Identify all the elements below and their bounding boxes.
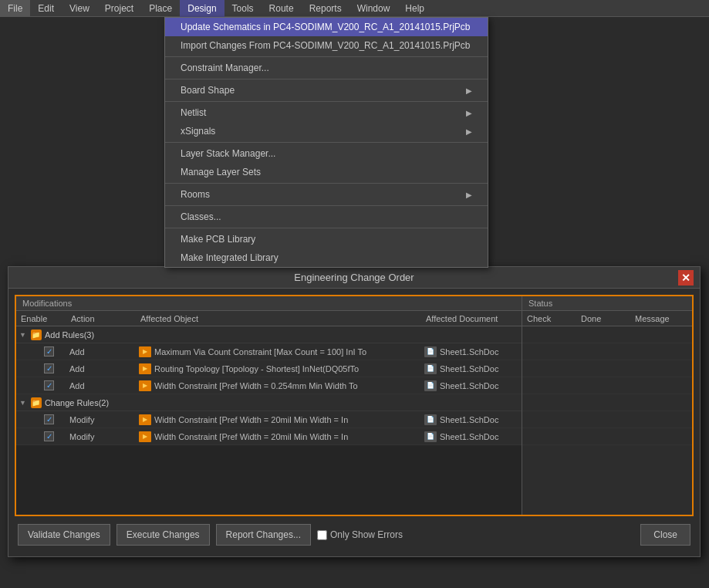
separator-6 xyxy=(165,205,488,206)
group-label-2: Change Rules(2) xyxy=(45,398,109,407)
menu-xsignals[interactable]: xSignals ▶ xyxy=(165,122,488,140)
separator-1 xyxy=(165,56,488,57)
row4-obj-text: Width Constraint [Pref Width = 20mil Min… xyxy=(154,415,348,424)
menu-rooms[interactable]: Rooms ▶ xyxy=(165,185,488,204)
status-row xyxy=(522,343,692,360)
col-header-message: Message xyxy=(630,314,692,323)
row5-obj-icon: ▶ xyxy=(139,431,151,442)
separator-5 xyxy=(165,183,488,184)
menu-layer-stack[interactable]: Layer Stack Manager... xyxy=(165,144,488,163)
row2-action: Add xyxy=(66,364,136,373)
row4-doc: 📄 Sheet1.SchDoc xyxy=(421,414,522,425)
menu-classes[interactable]: Classes... xyxy=(165,208,488,226)
eco-close-button[interactable]: ✕ xyxy=(678,270,694,286)
row1-doc: 📄 Sheet1.SchDoc xyxy=(421,346,522,357)
status-row xyxy=(522,411,692,428)
table-row: Modify ▶ Width Constraint [Pref Width = … xyxy=(16,411,522,428)
row5-doc-icon: 📄 xyxy=(424,431,437,442)
row1-obj-text: Maximum Via Count Constraint [Max Count … xyxy=(154,347,366,357)
row3-doc-icon: 📄 xyxy=(424,380,437,391)
row3-doc-text: Sheet1.SchDoc xyxy=(440,381,498,390)
modifications-panel: Modifications Enable Action Affected Obj… xyxy=(16,296,522,515)
only-errors-checkbox[interactable] xyxy=(317,530,327,540)
menu-board-shape[interactable]: Board Shape ▶ xyxy=(165,81,488,100)
status-row xyxy=(522,428,692,445)
row3-obj-icon: ▶ xyxy=(139,380,151,391)
checkbox-row2[interactable] xyxy=(44,363,54,373)
menu-update-schematics[interactable]: Update Schematics in PC4-SODIMM_V200_RC_… xyxy=(165,18,488,36)
menubar: File Edit View Project Place Design Tool… xyxy=(0,0,709,17)
menu-project[interactable]: Project xyxy=(97,0,141,17)
status-row xyxy=(522,377,692,394)
row3-checkbox[interactable] xyxy=(32,380,66,390)
row1-checkbox[interactable] xyxy=(32,346,66,357)
only-errors-text: Only Show Errors xyxy=(330,529,403,540)
menu-reports[interactable]: Reports xyxy=(302,0,349,17)
col-header-affected-object: Affected Object xyxy=(136,314,421,323)
eco-body: Modifications Enable Action Affected Obj… xyxy=(8,289,700,556)
separator-7 xyxy=(165,228,488,228)
menu-make-pcb-library[interactable]: Make PCB Library xyxy=(165,230,488,248)
row4-doc-icon: 📄 xyxy=(424,414,437,425)
status-row xyxy=(522,360,692,377)
menu-help[interactable]: Help xyxy=(397,0,432,17)
report-changes-button[interactable]: Report Changes... xyxy=(216,524,311,546)
checkbox-row4[interactable] xyxy=(44,414,54,424)
menu-tools[interactable]: Tools xyxy=(225,0,262,17)
execute-changes-button[interactable]: Execute Changes xyxy=(116,524,210,546)
group-add-rules: ▼ 📁 Add Rules(3) xyxy=(16,326,522,343)
xsignals-arrow: ▶ xyxy=(466,127,472,136)
row1-object: ▶ Maximum Via Count Constraint [Max Coun… xyxy=(136,346,421,357)
row5-obj-text: Width Constraint [Pref Width = 20mil Min… xyxy=(154,432,348,441)
checkbox-row3[interactable] xyxy=(44,380,54,390)
row1-doc-icon: 📄 xyxy=(424,346,437,357)
row2-checkbox[interactable] xyxy=(32,363,66,373)
row5-doc-text: Sheet1.SchDoc xyxy=(440,432,498,441)
row4-checkbox[interactable] xyxy=(32,414,66,424)
netlist-arrow: ▶ xyxy=(466,109,472,117)
menu-design[interactable]: Design xyxy=(180,0,224,17)
menu-view[interactable]: View xyxy=(62,0,97,17)
col-header-check: Check xyxy=(522,314,576,323)
only-errors-label: Only Show Errors xyxy=(317,529,403,540)
row4-doc-text: Sheet1.SchDoc xyxy=(440,415,498,424)
group-folder-icon-1: 📁 xyxy=(31,329,42,340)
menu-import-changes[interactable]: Import Changes From PC4-SODIMM_V200_RC_A… xyxy=(165,36,488,55)
close-button[interactable]: Close xyxy=(640,524,690,546)
menu-file[interactable]: File xyxy=(0,0,30,17)
row5-checkbox[interactable] xyxy=(32,431,66,441)
table-row: Add ▶ Width Constraint [Pref Width = 0.2… xyxy=(16,377,522,394)
checkbox-row5[interactable] xyxy=(44,431,54,441)
modifications-label: Modifications xyxy=(16,296,522,311)
status-group-row xyxy=(522,326,692,343)
row4-object: ▶ Width Constraint [Pref Width = 20mil M… xyxy=(136,414,421,425)
empty-area xyxy=(16,445,522,515)
menu-netlist[interactable]: Netlist ▶ xyxy=(165,103,488,122)
col-header-done: Done xyxy=(576,314,630,323)
row3-action: Add xyxy=(66,381,136,390)
row2-doc: 📄 Sheet1.SchDoc xyxy=(421,363,522,374)
modifications-col-headers: Enable Action Affected Object Affected D… xyxy=(16,311,522,326)
status-col-headers: Check Done Message xyxy=(522,311,692,326)
validate-changes-button[interactable]: Validate Changes xyxy=(18,524,110,546)
board-shape-label: Board Shape xyxy=(181,85,235,96)
menu-route[interactable]: Route xyxy=(262,0,302,17)
status-label: Status xyxy=(522,296,692,311)
menu-manage-layer-sets[interactable]: Manage Layer Sets xyxy=(165,163,488,181)
table-row: Modify ▶ Width Constraint [Pref Width = … xyxy=(16,428,522,445)
row5-object: ▶ Width Constraint [Pref Width = 20mil M… xyxy=(136,431,421,442)
col-header-action: Action xyxy=(66,314,136,323)
menu-window[interactable]: Window xyxy=(349,0,398,17)
checkbox-row1[interactable] xyxy=(44,346,54,357)
status-panel: Status Check Done Message xyxy=(522,296,692,515)
menu-edit[interactable]: Edit xyxy=(30,0,62,17)
col-header-enable: Enable xyxy=(16,314,66,323)
group-label-1: Add Rules(3) xyxy=(45,330,94,340)
eco-dialog: Engineering Change Order ✕ Modifications… xyxy=(8,266,701,557)
row1-action: Add xyxy=(66,347,136,357)
design-dropdown-menu: Update Schematics in PC4-SODIMM_V200_RC_… xyxy=(164,17,488,268)
row1-doc-text: Sheet1.SchDoc xyxy=(440,347,498,357)
menu-constraint-manager[interactable]: Constraint Manager... xyxy=(165,59,488,77)
menu-place[interactable]: Place xyxy=(141,0,180,17)
menu-make-integrated-library[interactable]: Make Integrated Library xyxy=(165,248,488,267)
